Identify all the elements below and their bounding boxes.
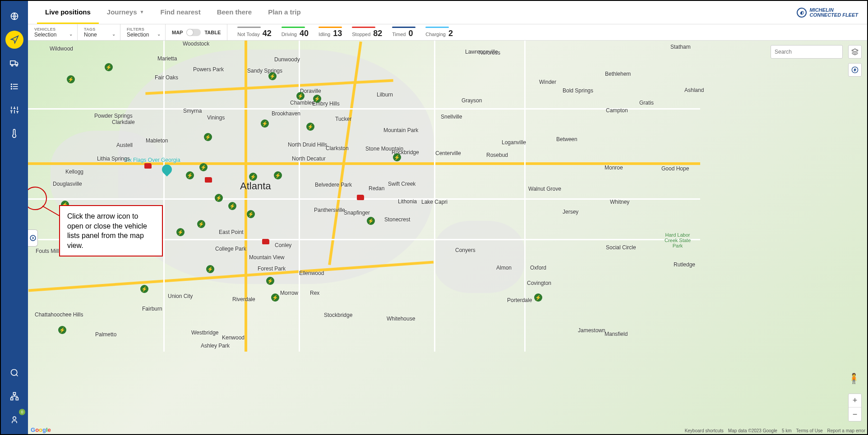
- city-label: Dunwoody: [274, 56, 300, 63]
- status-bar: [392, 27, 416, 28]
- vehicle-marker-charging[interactable]: [249, 173, 257, 181]
- filter-label: FILTERS: [127, 27, 159, 32]
- vehicle-marker-stopped[interactable]: [357, 195, 364, 200]
- filter-filters[interactable]: FILTERS Selection ⌄: [120, 24, 166, 40]
- city-label: Lake Capri: [421, 199, 448, 205]
- search-icon: [10, 368, 19, 377]
- map-layers-button[interactable]: [848, 45, 862, 59]
- layers-icon: [851, 48, 859, 55]
- zoom-out-button[interactable]: −: [849, 408, 861, 421]
- city-label: Porterdale: [507, 297, 532, 303]
- status-bar: [237, 27, 261, 28]
- sidebar-user[interactable]: 0: [5, 411, 23, 429]
- footer-shortcuts[interactable]: Keyboard shortcuts: [685, 428, 724, 433]
- vehicle-marker-charging[interactable]: [176, 228, 185, 236]
- sidebar-globe[interactable]: [5, 7, 23, 25]
- vehicle-marker-charging[interactable]: [271, 293, 279, 302]
- vehicle-marker-charging[interactable]: [274, 171, 282, 179]
- city-label: Tucker: [335, 116, 351, 122]
- status-timed[interactable]: Timed 0: [392, 27, 416, 38]
- filter-tags[interactable]: TAGS None ⌄: [78, 24, 120, 40]
- vehicle-marker-charging[interactable]: [215, 194, 223, 202]
- city-label: Social Circle: [606, 244, 636, 251]
- vehicle-marker-charging[interactable]: [199, 163, 208, 171]
- sidebar-settings[interactable]: [5, 101, 23, 119]
- vehicle-marker-charging[interactable]: [534, 293, 542, 302]
- city-label: Forest Park: [258, 266, 286, 272]
- vehicle-marker-charging[interactable]: [204, 133, 212, 141]
- map-container[interactable]: Atlanta Six Flags Over Georgia Hard Labo…: [28, 41, 867, 434]
- map-search-input[interactable]: [775, 49, 842, 55]
- sidebar-list[interactable]: [5, 78, 23, 96]
- footer-report[interactable]: Report a map error: [827, 428, 865, 433]
- michelin-icon: ◐: [797, 8, 807, 18]
- vehicle-marker-charging[interactable]: [105, 63, 113, 71]
- vehicle-marker-charging[interactable]: [313, 95, 321, 103]
- status-charging[interactable]: Charging 2: [425, 27, 453, 38]
- status-stopped[interactable]: Stopped 82: [352, 27, 382, 38]
- city-label: Good Hope: [661, 165, 689, 172]
- city-label: College Park: [215, 246, 246, 252]
- vehicle-marker-stopped[interactable]: [262, 239, 269, 244]
- status-count: 13: [333, 29, 342, 38]
- vehicle-marker-charging[interactable]: [206, 265, 214, 273]
- vehicle-marker-charging[interactable]: [140, 285, 148, 293]
- toggle-label-table: TABLE: [204, 30, 221, 35]
- sidebar-vehicles[interactable]: [5, 54, 23, 72]
- city-label: Ashland: [684, 87, 704, 93]
- toggle-label-map: MAP: [172, 30, 183, 35]
- user-badge: 0: [19, 409, 25, 415]
- sidebar-live-positions[interactable]: [5, 31, 23, 49]
- vehicle-panel-toggle[interactable]: [28, 229, 38, 247]
- vehicle-marker-charging[interactable]: [367, 217, 375, 225]
- vehicle-marker-charging[interactable]: [247, 210, 255, 218]
- footer-terms[interactable]: Terms of Use: [796, 428, 823, 433]
- city-label: Sandy Springs: [247, 68, 282, 74]
- map-footer: Keyboard shortcuts Map data ©2023 Google…: [685, 428, 865, 433]
- city-label: Union City: [168, 293, 193, 299]
- city-label: Clarkdale: [112, 119, 135, 125]
- tab-find-nearest[interactable]: Find nearest: [152, 1, 208, 24]
- vehicle-marker-charging[interactable]: [261, 119, 269, 128]
- tab-journeys[interactable]: Journeys▼: [99, 1, 152, 24]
- tab-been-there[interactable]: Been there: [209, 1, 260, 24]
- vehicle-marker-stopped[interactable]: [205, 177, 212, 183]
- status-count: 40: [300, 29, 309, 38]
- vehicle-marker-charging[interactable]: [296, 92, 305, 100]
- vehicle-marker-charging[interactable]: [393, 153, 401, 161]
- footer-scale: 5 km: [782, 428, 792, 433]
- vehicle-marker-charging[interactable]: [186, 171, 194, 179]
- vehicle-marker-charging[interactable]: [266, 277, 274, 285]
- city-label-atlanta: Atlanta: [240, 180, 271, 192]
- city-label: Fairburn: [142, 306, 162, 312]
- city-label: Mountain View: [249, 254, 285, 261]
- vehicle-marker-charging[interactable]: [67, 75, 75, 83]
- road: [163, 41, 165, 352]
- tab-plan-trip[interactable]: Plan a trip: [260, 1, 309, 24]
- map-table-toggle[interactable]: [186, 29, 201, 36]
- streetview-pegman[interactable]: 🧍: [848, 373, 860, 385]
- vehicle-marker-charging[interactable]: [58, 326, 66, 334]
- map-charging-button[interactable]: [848, 63, 862, 77]
- vehicle-marker-charging[interactable]: [268, 72, 277, 80]
- vehicle-marker-charging[interactable]: [197, 220, 205, 228]
- zoom-in-button[interactable]: +: [849, 394, 861, 408]
- status-label: Timed: [392, 32, 406, 37]
- sidebar-temperature[interactable]: [5, 124, 23, 142]
- vehicle-marker-charging[interactable]: [306, 123, 314, 131]
- status-idling[interactable]: Idling 13: [319, 27, 342, 38]
- status-not-today[interactable]: Not Today 42: [237, 27, 271, 38]
- tab-live-positions[interactable]: Live positions: [37, 1, 99, 24]
- filter-vehicles[interactable]: VEHICLES Selection ⌄: [28, 24, 78, 40]
- sidebar-hierarchy[interactable]: [5, 387, 23, 405]
- vehicle-marker-stopped[interactable]: [144, 163, 152, 169]
- city-label: Whitehouse: [387, 316, 415, 322]
- sidebar-search[interactable]: [5, 364, 23, 382]
- city-label: Centerville: [435, 150, 461, 156]
- google-logo: Google: [31, 426, 51, 433]
- status-driving[interactable]: Driving 40: [282, 27, 309, 38]
- vehicle-marker-charging[interactable]: [228, 202, 236, 210]
- filter-label: TAGS: [84, 27, 114, 32]
- tab-label: Find nearest: [160, 8, 200, 16]
- city-label: Lithonia: [398, 198, 417, 205]
